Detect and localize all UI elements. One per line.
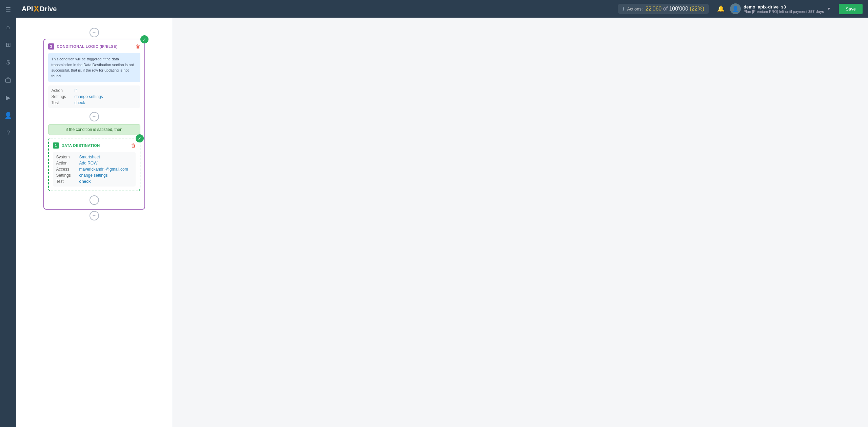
info-icon: ℹ [623,6,624,12]
destination-settings-link[interactable]: change settings [79,173,108,178]
actions-of: of [663,6,669,12]
destination-check-badge: ✓ [136,134,144,142]
sidebar-play-icon[interactable]: ▶ [3,92,14,103]
destination-action-label: Action [56,161,77,166]
conditional-action-row: Action If [52,88,137,93]
destination-test-label: Test [56,179,77,184]
destination-system-label: System [56,155,77,159]
user-name: demo_apix-drive_s3 [744,4,824,9]
sidebar-help-icon[interactable]: ? [3,128,14,138]
destination-card-title: DATA DESTINATION [62,143,100,148]
destination-test-row: Test check [56,179,132,184]
canvas-right [172,18,868,427]
actions-percent: (22%) [690,6,704,12]
add-step-inner-button[interactable]: + [90,112,99,121]
destination-action-row: Action Add ROW [56,161,132,166]
user-info: demo_apix-drive_s3 Plan |Premium PRO| le… [744,4,824,14]
logo: APIXDrive [22,4,57,14]
destination-access-value: maverickandrii@gmail.com [79,167,128,172]
sidebar-folder-icon[interactable] [3,75,14,85]
flow-container: + ✓ 3 CONDITIONAL LOGIC (IF/ELSE) 🗑 This… [23,24,165,224]
conditional-test-label: Test [52,100,72,105]
destination-action-value: Add ROW [79,161,98,166]
destination-card-number: 1 [53,142,59,149]
sidebar-user-icon[interactable]: 👤 [3,110,14,121]
sidebar-home-icon[interactable]: ⌂ [3,22,14,33]
conditional-card-number: 3 [48,43,54,50]
save-button[interactable]: Save [839,4,863,14]
conditional-test-link[interactable]: check [75,100,85,105]
condition-satisfied-banner: if the condition is satisfied, then [48,124,140,135]
logo-x-text: X [34,4,39,14]
conditional-settings-link[interactable]: change settings [75,94,103,99]
logo-drive-text: Drive [40,5,57,13]
logo-api-text: API [22,5,33,13]
add-step-top-button[interactable]: + [90,28,99,37]
destination-test-link[interactable]: check [79,179,91,184]
avatar: 👤 [730,3,741,14]
sidebar-menu-icon[interactable]: ☰ [3,4,14,15]
destination-settings-label: Settings [56,173,77,178]
destination-delete-button[interactable]: 🗑 [131,143,136,148]
chevron-down-icon: ▼ [827,6,831,11]
conditional-card-header: 3 CONDITIONAL LOGIC (IF/ELSE) 🗑 [48,43,140,50]
canvas-area: + ✓ 3 CONDITIONAL LOGIC (IF/ELSE) 🗑 This… [16,18,868,427]
add-step-bottom-button[interactable]: + [90,211,99,220]
actions-total: 100'000 [669,6,688,12]
conditional-description: This condition will be triggered if the … [48,53,140,82]
destination-access-label: Access [56,167,77,172]
conditional-action-value: If [75,88,77,93]
sidebar-grid-icon[interactable]: ⊞ [3,39,14,50]
actions-label: Actions: [627,6,643,12]
destination-card-header: 1 DATA DESTINATION 🗑 [53,142,136,149]
destination-system-value: Smartsheet [79,155,100,159]
destination-settings-row: Settings change settings [56,173,132,178]
header: APIXDrive ℹ Actions: 22'060 of 100'000 (… [16,0,868,18]
sidebar: ☰ ⌂ ⊞ $ ▶ 👤 ? [0,0,16,427]
add-step-bottom-inner-button[interactable]: + [90,195,99,205]
conditional-settings-row: Settings change settings [52,94,137,99]
sidebar-dollar-icon[interactable]: $ [3,57,14,68]
conditional-action-label: Action [52,88,72,93]
destination-access-row: Access maverickandrii@gmail.com [56,167,132,172]
svg-rect-0 [6,79,11,82]
conditional-logic-card: ✓ 3 CONDITIONAL LOGIC (IF/ELSE) 🗑 This c… [43,39,145,210]
destination-system-row: System Smartsheet [56,155,132,159]
conditional-test-row: Test check [52,100,137,105]
conditional-delete-button[interactable]: 🗑 [136,44,140,49]
user-menu[interactable]: 👤 demo_apix-drive_s3 Plan |Premium PRO| … [730,3,831,14]
conditional-settings-label: Settings [52,94,72,99]
data-destination-card: ✓ 1 DATA DESTINATION 🗑 System Smartsheet [48,138,140,191]
conditional-details: Action If Settings change settings Test … [48,85,140,108]
notification-bell-icon[interactable]: 🔔 [717,5,725,13]
main-area: APIXDrive ℹ Actions: 22'060 of 100'000 (… [16,0,868,427]
conditional-check-badge: ✓ [140,35,149,43]
destination-details: System Smartsheet Action Add ROW Access … [53,152,136,187]
actions-count: 22'060 of 100'000 (22%) [646,6,704,12]
user-plan: Plan |Premium PRO| left until payment 25… [744,9,824,14]
canvas-left: + ✓ 3 CONDITIONAL LOGIC (IF/ELSE) 🗑 This… [16,18,172,427]
actions-used: 22'060 [646,6,662,12]
actions-badge: ℹ Actions: 22'060 of 100'000 (22%) [618,4,709,14]
conditional-card-title: CONDITIONAL LOGIC (IF/ELSE) [57,44,118,48]
